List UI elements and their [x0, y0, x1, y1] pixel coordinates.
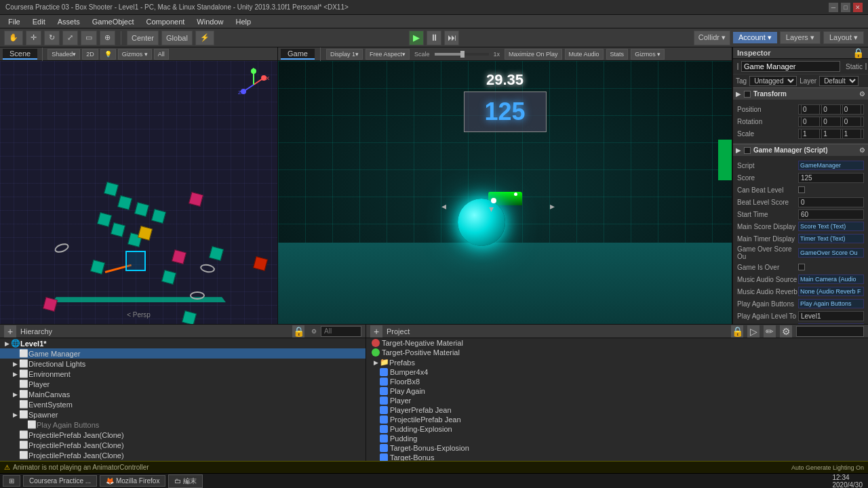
scale-tool[interactable]: ⤢	[62, 30, 78, 45]
tab-game[interactable]: Game	[281, 49, 315, 60]
game-view[interactable]: 29.35 125 ▾ ◂ ▸	[278, 61, 732, 324]
project-item-pudding-explosion[interactable]: Pudding-Explosion	[366, 424, 868, 434]
play-again-btns-value[interactable]: Play Again Buttons	[798, 299, 864, 308]
step-button[interactable]: ⏭	[444, 30, 459, 45]
global-toggle[interactable]: Global	[161, 30, 193, 45]
inspector-lock-icon[interactable]: 🔒	[852, 47, 864, 58]
pos-y[interactable]: 0	[821, 104, 840, 115]
project-item-pudding[interactable]: Pudding	[366, 434, 868, 443]
hierarchy-item-spawner[interactable]: ▶ ⬜ Spawner	[0, 409, 366, 420]
menu-help[interactable]: Help	[230, 17, 256, 26]
hierarchy-item-env[interactable]: ▶ ⬜ Environment	[0, 369, 366, 379]
active-checkbox[interactable]	[737, 63, 738, 70]
project-icon3[interactable]: ⚙	[780, 325, 792, 338]
game-is-over-checkbox[interactable]	[798, 264, 805, 270]
account-button[interactable]: Account ▾	[733, 32, 777, 43]
close-button[interactable]: ✕	[853, 3, 863, 12]
rotate-tool[interactable]: ↻	[44, 30, 60, 45]
object-name-input[interactable]	[741, 61, 840, 72]
hierarchy-item-dirlights[interactable]: ▶ ⬜ Directional Lights	[0, 359, 366, 369]
scene-all[interactable]: All	[154, 49, 169, 60]
collider-btn[interactable]: Collidr ▾	[694, 30, 730, 45]
hierarchy-lock-button[interactable]: 🔒	[292, 325, 304, 338]
2d-toggle[interactable]: 2D	[82, 49, 98, 60]
main-score-display-value[interactable]: Score Text (Text)	[798, 222, 864, 231]
score-field-value[interactable]: 125	[798, 173, 864, 183]
project-item-pos-material[interactable]: Target-Positive Material	[366, 348, 868, 357]
transform-checkbox[interactable]	[744, 91, 751, 98]
taskbar-files[interactable]: 🗀 編末	[168, 474, 203, 488]
static-checkbox[interactable]	[865, 63, 867, 70]
maximize-on-play[interactable]: Maximize On Play	[505, 49, 562, 60]
maximize-button[interactable]: □	[841, 3, 850, 12]
snap-btn[interactable]: ⚡	[195, 30, 214, 45]
start-time-value[interactable]: 60	[798, 209, 864, 220]
rect-tool[interactable]: ▭	[81, 30, 97, 45]
multi-tool[interactable]: ⊕	[100, 30, 115, 45]
hierarchy-item-proj1[interactable]: ⬜ ProjectilePrefab Jean(Clone)	[0, 430, 366, 440]
project-item-playerprefab-jean[interactable]: PlayerPrefab Jean	[366, 405, 868, 415]
hierarchy-item-proj3[interactable]: ⬜ ProjectilePrefab Jean(Clone)	[0, 450, 366, 460]
layout-button[interactable]: Layout ▾	[823, 31, 864, 44]
project-lock-button[interactable]: 🔒	[731, 325, 743, 338]
hierarchy-search[interactable]	[321, 326, 361, 337]
hierarchy-item-playagain[interactable]: ⬜ Play Again Buttons	[0, 420, 366, 430]
can-beat-checkbox[interactable]	[798, 186, 805, 193]
taskbar-unity[interactable]: Coursera Practice ...	[23, 475, 97, 487]
rot-x[interactable]: 0	[801, 117, 820, 127]
pause-button[interactable]: ⏸	[427, 30, 441, 45]
menu-window[interactable]: Window	[191, 17, 229, 26]
project-item-target-bonus-exp[interactable]: Target-Bonus-Explosion	[366, 443, 868, 453]
hierarchy-item-player[interactable]: ⬜ Player	[0, 379, 366, 389]
project-add-button[interactable]: +	[370, 325, 382, 338]
project-icon2[interactable]: ✏	[764, 325, 776, 338]
hierarchy-item-eventsystem[interactable]: ⬜ EventSystem	[0, 399, 366, 409]
music-reverb-value[interactable]: None (Audio Reverb F	[798, 287, 864, 296]
pos-x[interactable]: 0	[801, 104, 820, 115]
project-item-prefabs-folder[interactable]: ▶ 📁 Prefabs	[366, 357, 868, 367]
shaded-dropdown[interactable]: Shaded ▾	[47, 49, 80, 60]
main-timer-display-value[interactable]: Timer Text (Text)	[798, 234, 864, 243]
gameover-score-value[interactable]: GameOver Score Ou	[798, 248, 864, 258]
hierarchy-item-maincanvas[interactable]: ▶ ⬜ MainCanvas	[0, 389, 366, 399]
game-manager-component-header[interactable]: ▶ Game Manager (Script) ⚙	[733, 144, 868, 156]
project-search[interactable]	[796, 326, 864, 337]
music-audio-value[interactable]: Main Camera (Audio	[798, 274, 864, 284]
scene-view[interactable]: X Y Z < Persp	[0, 61, 277, 324]
layers-button[interactable]: Layers ▾	[780, 31, 821, 44]
hierarchy-item-level1[interactable]: ▶ 🌐 Level1*	[0, 338, 366, 348]
script-value[interactable]: GameManager	[798, 161, 864, 170]
transform-settings[interactable]: ⚙	[859, 90, 865, 98]
scene-gizmos[interactable]: 💡	[100, 49, 116, 60]
tab-scene[interactable]: Scene	[3, 49, 37, 60]
rot-z[interactable]: 0	[842, 117, 861, 127]
move-tool[interactable]: ✛	[26, 30, 41, 45]
gm-checkbox[interactable]	[744, 147, 751, 154]
project-item-bumper[interactable]: Bumper4x4	[366, 367, 868, 377]
project-item-floor[interactable]: FloorBx8	[366, 377, 868, 386]
hierarchy-add-button[interactable]: +	[4, 325, 16, 338]
project-item-target-bonus[interactable]: Target-Bonus	[366, 453, 868, 461]
stats-btn[interactable]: Stats	[606, 49, 629, 60]
project-item-playagain-prefab[interactable]: Play Again	[366, 386, 868, 396]
play-again-level-value[interactable]: Level1	[798, 311, 864, 321]
project-item-player-prefab[interactable]: Player	[366, 396, 868, 405]
project-item-neg-material[interactable]: Target-Negative Material	[366, 338, 868, 348]
menu-assets[interactable]: Assets	[52, 17, 85, 26]
minimize-button[interactable]: ─	[829, 3, 838, 12]
project-item-projectile-jean[interactable]: ProjectilePrefab Jean	[366, 415, 868, 424]
project-icon1[interactable]: ▷	[747, 325, 760, 338]
hand-tool[interactable]: ✋	[4, 30, 23, 45]
next-level-btns-value[interactable]: None (Game Object)	[798, 323, 864, 324]
hierarchy-item-proj2[interactable]: ⬜ ProjectilePrefab Jean(Clone)	[0, 440, 366, 450]
start-button[interactable]: ⊞	[3, 475, 20, 487]
gm-settings-icon[interactable]: ⚙	[859, 146, 865, 154]
center-toggle[interactable]: Center	[127, 30, 159, 45]
scale-x[interactable]: 1	[801, 129, 820, 139]
tag-dropdown[interactable]: Untagged	[749, 76, 797, 86]
menu-file[interactable]: File	[3, 17, 26, 26]
hierarchy-item-gamemanager[interactable]: ⬜ Game Manager	[0, 348, 366, 359]
display-dropdown[interactable]: Display 1 ▾	[326, 49, 363, 60]
menu-gameobject[interactable]: GameObject	[87, 17, 140, 26]
layer-dropdown[interactable]: Default	[819, 76, 859, 86]
